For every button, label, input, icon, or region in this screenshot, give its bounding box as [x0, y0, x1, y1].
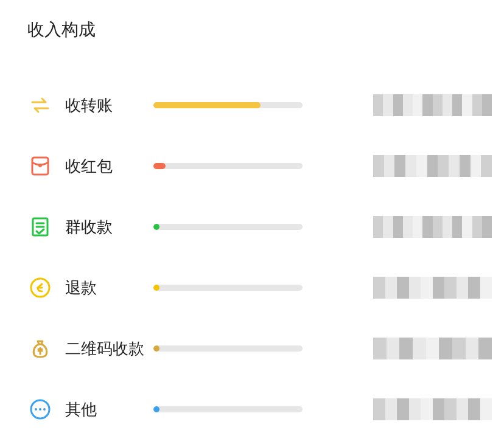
progress-bar	[153, 406, 303, 412]
svg-point-9	[43, 408, 46, 411]
refund-icon	[27, 275, 53, 300]
progress-bar	[153, 285, 303, 291]
svg-point-8	[39, 408, 41, 411]
item-label: 二维码收款	[65, 338, 153, 359]
svg-point-1	[38, 164, 42, 167]
receipt-icon	[27, 214, 53, 240]
list-item[interactable]: 收红包	[0, 136, 504, 196]
progress-bar	[153, 345, 303, 352]
item-label: 收红包	[65, 156, 153, 177]
item-label: 其他	[65, 399, 153, 420]
list-item[interactable]: 其他	[0, 379, 504, 430]
list-item[interactable]: 二维码收款	[0, 318, 504, 379]
item-amount	[373, 338, 492, 359]
item-amount	[373, 216, 492, 238]
svg-point-7	[35, 408, 37, 411]
progress-bar	[153, 163, 303, 169]
section-title: 收入构成	[0, 18, 504, 41]
progress-bar	[153, 224, 303, 230]
list-item[interactable]: 退款	[0, 257, 504, 318]
income-list: 收转账 收红包	[0, 75, 504, 430]
item-amount	[373, 277, 492, 299]
item-amount	[373, 155, 492, 177]
list-item[interactable]: 收转账	[0, 75, 504, 136]
item-amount	[373, 94, 492, 116]
progress-bar	[153, 102, 303, 108]
list-item[interactable]: 群收款	[0, 196, 504, 257]
item-label: 收转账	[65, 95, 153, 116]
item-label: 退款	[65, 277, 153, 299]
red-packet-icon	[27, 153, 53, 179]
more-icon	[27, 397, 53, 422]
item-label: 群收款	[65, 217, 153, 238]
money-bag-icon	[27, 336, 53, 361]
transfer-icon	[27, 92, 53, 118]
item-amount	[373, 398, 492, 420]
